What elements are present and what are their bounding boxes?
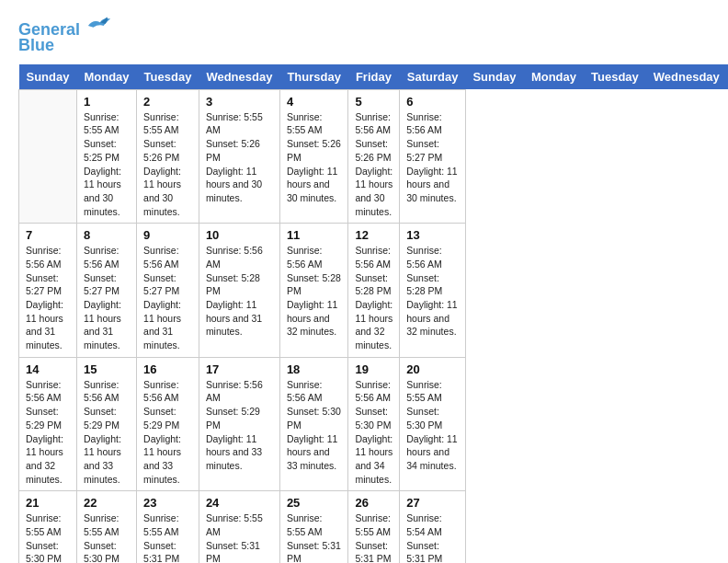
week-row-4: 21 Sunrise: 5:55 AMSunset: 5:30 PMDaylig…	[19, 491, 729, 563]
day-info: Sunrise: 5:54 AMSunset: 5:31 PMDaylight:…	[406, 512, 457, 563]
calendar-cell: 8 Sunrise: 5:56 AMSunset: 5:27 PMDayligh…	[76, 224, 136, 358]
day-number: 3	[206, 95, 273, 109]
day-number: 2	[143, 95, 192, 109]
day-number: 1	[84, 95, 130, 109]
logo: General Blue	[18, 18, 112, 55]
calendar-cell: 11 Sunrise: 5:56 AMSunset: 5:28 PMDaylig…	[279, 224, 348, 358]
day-info: Sunrise: 5:56 AMSunset: 5:30 PMDaylight:…	[287, 379, 341, 471]
day-number: 19	[355, 362, 392, 376]
day-info: Sunrise: 5:56 AMSunset: 5:28 PMDaylight:…	[206, 245, 263, 337]
day-info: Sunrise: 5:55 AMSunset: 5:31 PMDaylight:…	[287, 512, 341, 563]
day-info: Sunrise: 5:56 AMSunset: 5:27 PMDaylight:…	[84, 245, 121, 350]
day-number: 7	[26, 228, 70, 242]
week-row-1: 1 Sunrise: 5:55 AMSunset: 5:25 PMDayligh…	[19, 89, 729, 224]
logo-bird-icon	[86, 15, 112, 35]
day-info: Sunrise: 5:55 AMSunset: 5:26 PMDaylight:…	[143, 111, 181, 217]
calendar-cell	[19, 89, 77, 224]
day-number: 8	[84, 228, 130, 242]
day-number: 5	[355, 95, 392, 109]
calendar-cell: 25 Sunrise: 5:55 AMSunset: 5:31 PMDaylig…	[279, 491, 348, 563]
day-info: Sunrise: 5:56 AMSunset: 5:29 PMDaylight:…	[26, 379, 63, 485]
day-info: Sunrise: 5:56 AMSunset: 5:28 PMDaylight:…	[355, 245, 392, 350]
page-header: General Blue	[18, 18, 710, 55]
day-number: 27	[406, 496, 459, 510]
weekday-header-wednesday: Wednesday	[199, 64, 279, 90]
calendar-cell: 17 Sunrise: 5:56 AMSunset: 5:29 PMDaylig…	[199, 357, 279, 491]
calendar-cell: 10 Sunrise: 5:56 AMSunset: 5:28 PMDaylig…	[199, 224, 279, 358]
calendar-cell: 1 Sunrise: 5:55 AMSunset: 5:25 PMDayligh…	[76, 89, 136, 224]
calendar-table: SundayMondayTuesdayWednesdayThursdayFrid…	[18, 64, 728, 563]
day-info: Sunrise: 5:55 AMSunset: 5:30 PMDaylight:…	[406, 379, 457, 471]
day-info: Sunrise: 5:56 AMSunset: 5:29 PMDaylight:…	[84, 379, 121, 485]
day-number: 22	[84, 496, 130, 510]
day-number: 23	[143, 496, 192, 510]
calendar-cell: 20 Sunrise: 5:55 AMSunset: 5:30 PMDaylig…	[400, 357, 466, 491]
weekday-header-row: SundayMondayTuesdayWednesdayThursdayFrid…	[19, 64, 729, 90]
day-number: 15	[84, 362, 130, 376]
day-info: Sunrise: 5:55 AMSunset: 5:26 PMDaylight:…	[287, 111, 341, 203]
calendar-cell: 18 Sunrise: 5:56 AMSunset: 5:30 PMDaylig…	[279, 357, 348, 491]
day-info: Sunrise: 5:55 AMSunset: 5:25 PMDaylight:…	[84, 111, 121, 217]
day-info: Sunrise: 5:55 AMSunset: 5:26 PMDaylight:…	[206, 111, 263, 203]
day-number: 10	[206, 228, 273, 242]
calendar-cell: 16 Sunrise: 5:56 AMSunset: 5:29 PMDaylig…	[137, 357, 199, 491]
week-row-2: 7 Sunrise: 5:56 AMSunset: 5:27 PMDayligh…	[19, 224, 729, 358]
day-number: 11	[287, 228, 342, 242]
day-number: 18	[287, 362, 342, 376]
day-number: 25	[287, 496, 342, 510]
day-info: Sunrise: 5:56 AMSunset: 5:28 PMDaylight:…	[287, 245, 341, 337]
day-info: Sunrise: 5:56 AMSunset: 5:27 PMDaylight:…	[406, 111, 457, 203]
calendar-cell: 4 Sunrise: 5:55 AMSunset: 5:26 PMDayligh…	[279, 89, 348, 224]
day-number: 26	[355, 496, 392, 510]
calendar-cell: 15 Sunrise: 5:56 AMSunset: 5:29 PMDaylig…	[76, 357, 136, 491]
calendar-cell: 19 Sunrise: 5:56 AMSunset: 5:30 PMDaylig…	[348, 357, 400, 491]
day-number: 9	[143, 228, 192, 242]
weekday-header-wednesday: Wednesday	[646, 64, 727, 90]
weekday-header-thursday: Thursday	[279, 64, 348, 90]
day-number: 14	[26, 362, 70, 376]
calendar-cell: 12 Sunrise: 5:56 AMSunset: 5:28 PMDaylig…	[348, 224, 400, 358]
weekday-header-saturday: Saturday	[400, 64, 466, 90]
calendar-cell: 14 Sunrise: 5:56 AMSunset: 5:29 PMDaylig…	[19, 357, 77, 491]
day-number: 20	[406, 362, 459, 376]
day-info: Sunrise: 5:55 AMSunset: 5:31 PMDaylight:…	[206, 512, 263, 563]
day-info: Sunrise: 5:55 AMSunset: 5:31 PMDaylight:…	[143, 512, 181, 563]
calendar-cell: 24 Sunrise: 5:55 AMSunset: 5:31 PMDaylig…	[199, 491, 279, 563]
week-row-3: 14 Sunrise: 5:56 AMSunset: 5:29 PMDaylig…	[19, 357, 729, 491]
calendar-cell: 27 Sunrise: 5:54 AMSunset: 5:31 PMDaylig…	[400, 491, 466, 563]
weekday-header-tuesday: Tuesday	[584, 64, 646, 90]
day-info: Sunrise: 5:56 AMSunset: 5:27 PMDaylight:…	[143, 245, 181, 350]
calendar-cell: 23 Sunrise: 5:55 AMSunset: 5:31 PMDaylig…	[137, 491, 199, 563]
day-number: 16	[143, 362, 192, 376]
weekday-header-tuesday: Tuesday	[137, 64, 199, 90]
day-number: 4	[287, 95, 342, 109]
calendar-cell: 21 Sunrise: 5:55 AMSunset: 5:30 PMDaylig…	[19, 491, 77, 563]
calendar-cell: 26 Sunrise: 5:55 AMSunset: 5:31 PMDaylig…	[348, 491, 400, 563]
weekday-header-friday: Friday	[348, 64, 400, 90]
calendar-cell: 3 Sunrise: 5:55 AMSunset: 5:26 PMDayligh…	[199, 89, 279, 224]
calendar-cell: 22 Sunrise: 5:55 AMSunset: 5:30 PMDaylig…	[76, 491, 136, 563]
weekday-header-sunday: Sunday	[19, 64, 77, 90]
day-info: Sunrise: 5:56 AMSunset: 5:28 PMDaylight:…	[406, 245, 457, 337]
day-info: Sunrise: 5:56 AMSunset: 5:27 PMDaylight:…	[26, 245, 63, 350]
day-number: 21	[26, 496, 70, 510]
day-number: 24	[206, 496, 273, 510]
weekday-header-sunday: Sunday	[465, 64, 523, 90]
day-info: Sunrise: 5:56 AMSunset: 5:29 PMDaylight:…	[206, 379, 263, 471]
calendar-cell: 6 Sunrise: 5:56 AMSunset: 5:27 PMDayligh…	[400, 89, 466, 224]
weekday-header-monday: Monday	[76, 64, 136, 90]
day-info: Sunrise: 5:55 AMSunset: 5:30 PMDaylight:…	[26, 512, 63, 563]
calendar-cell: 5 Sunrise: 5:56 AMSunset: 5:26 PMDayligh…	[348, 89, 400, 224]
day-number: 13	[406, 228, 459, 242]
calendar-cell: 13 Sunrise: 5:56 AMSunset: 5:28 PMDaylig…	[400, 224, 466, 358]
day-info: Sunrise: 5:55 AMSunset: 5:30 PMDaylight:…	[84, 512, 121, 563]
day-info: Sunrise: 5:56 AMSunset: 5:26 PMDaylight:…	[355, 111, 392, 217]
calendar-cell: 9 Sunrise: 5:56 AMSunset: 5:27 PMDayligh…	[137, 224, 199, 358]
day-info: Sunrise: 5:56 AMSunset: 5:29 PMDaylight:…	[143, 379, 181, 485]
day-info: Sunrise: 5:55 AMSunset: 5:31 PMDaylight:…	[355, 512, 392, 563]
day-number: 17	[206, 362, 273, 376]
calendar-cell: 7 Sunrise: 5:56 AMSunset: 5:27 PMDayligh…	[19, 224, 77, 358]
day-number: 6	[406, 95, 459, 109]
weekday-header-monday: Monday	[524, 64, 584, 90]
day-number: 12	[355, 228, 392, 242]
